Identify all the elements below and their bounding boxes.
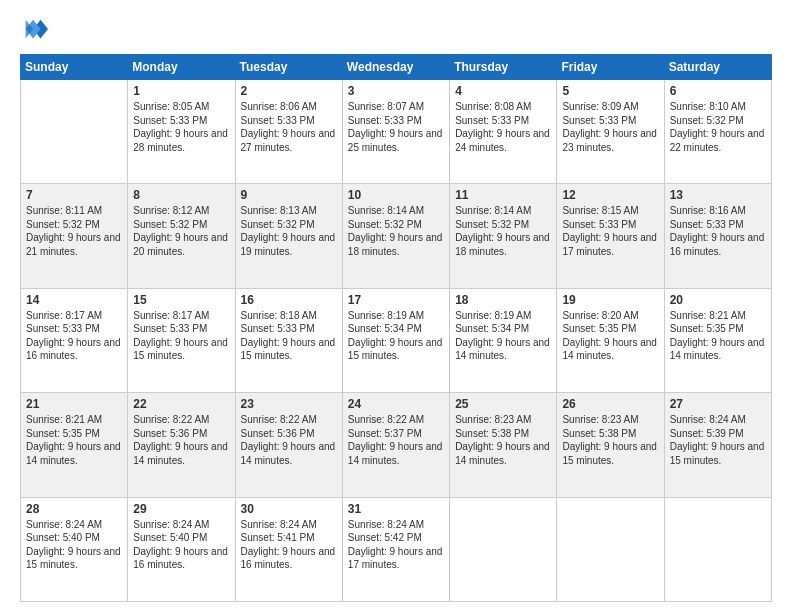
day-number: 11 <box>455 188 551 202</box>
day-number: 19 <box>562 293 658 307</box>
cell-info: Sunrise: 8:10 AMSunset: 5:32 PMDaylight:… <box>670 100 766 154</box>
cell-info: Sunrise: 8:07 AMSunset: 5:33 PMDaylight:… <box>348 100 444 154</box>
logo-icon <box>20 16 48 44</box>
cell-info: Sunrise: 8:24 AMSunset: 5:40 PMDaylight:… <box>26 518 122 572</box>
calendar-cell: 3Sunrise: 8:07 AMSunset: 5:33 PMDaylight… <box>342 80 449 184</box>
day-number: 26 <box>562 397 658 411</box>
calendar-cell: 26Sunrise: 8:23 AMSunset: 5:38 PMDayligh… <box>557 393 664 497</box>
cell-info: Sunrise: 8:24 AMSunset: 5:39 PMDaylight:… <box>670 413 766 467</box>
calendar-cell: 15Sunrise: 8:17 AMSunset: 5:33 PMDayligh… <box>128 288 235 392</box>
weekday-header: Monday <box>128 55 235 80</box>
cell-info: Sunrise: 8:23 AMSunset: 5:38 PMDaylight:… <box>562 413 658 467</box>
cell-info: Sunrise: 8:24 AMSunset: 5:40 PMDaylight:… <box>133 518 229 572</box>
day-number: 20 <box>670 293 766 307</box>
weekday-header: Saturday <box>664 55 771 80</box>
cell-info: Sunrise: 8:21 AMSunset: 5:35 PMDaylight:… <box>670 309 766 363</box>
cell-info: Sunrise: 8:17 AMSunset: 5:33 PMDaylight:… <box>26 309 122 363</box>
calendar-cell: 11Sunrise: 8:14 AMSunset: 5:32 PMDayligh… <box>450 184 557 288</box>
weekday-header: Sunday <box>21 55 128 80</box>
day-number: 9 <box>241 188 337 202</box>
cell-info: Sunrise: 8:06 AMSunset: 5:33 PMDaylight:… <box>241 100 337 154</box>
calendar-cell: 8Sunrise: 8:12 AMSunset: 5:32 PMDaylight… <box>128 184 235 288</box>
cell-info: Sunrise: 8:21 AMSunset: 5:35 PMDaylight:… <box>26 413 122 467</box>
cell-info: Sunrise: 8:20 AMSunset: 5:35 PMDaylight:… <box>562 309 658 363</box>
calendar-cell: 16Sunrise: 8:18 AMSunset: 5:33 PMDayligh… <box>235 288 342 392</box>
calendar-week-row: 7Sunrise: 8:11 AMSunset: 5:32 PMDaylight… <box>21 184 772 288</box>
calendar-week-row: 14Sunrise: 8:17 AMSunset: 5:33 PMDayligh… <box>21 288 772 392</box>
cell-info: Sunrise: 8:05 AMSunset: 5:33 PMDaylight:… <box>133 100 229 154</box>
day-number: 23 <box>241 397 337 411</box>
cell-info: Sunrise: 8:16 AMSunset: 5:33 PMDaylight:… <box>670 204 766 258</box>
cell-info: Sunrise: 8:17 AMSunset: 5:33 PMDaylight:… <box>133 309 229 363</box>
cell-info: Sunrise: 8:09 AMSunset: 5:33 PMDaylight:… <box>562 100 658 154</box>
day-number: 21 <box>26 397 122 411</box>
day-number: 12 <box>562 188 658 202</box>
calendar-cell: 23Sunrise: 8:22 AMSunset: 5:36 PMDayligh… <box>235 393 342 497</box>
calendar-cell: 7Sunrise: 8:11 AMSunset: 5:32 PMDaylight… <box>21 184 128 288</box>
calendar-cell: 28Sunrise: 8:24 AMSunset: 5:40 PMDayligh… <box>21 497 128 601</box>
calendar-cell: 9Sunrise: 8:13 AMSunset: 5:32 PMDaylight… <box>235 184 342 288</box>
weekday-header: Thursday <box>450 55 557 80</box>
cell-info: Sunrise: 8:22 AMSunset: 5:36 PMDaylight:… <box>133 413 229 467</box>
cell-info: Sunrise: 8:24 AMSunset: 5:41 PMDaylight:… <box>241 518 337 572</box>
day-number: 17 <box>348 293 444 307</box>
page: SundayMondayTuesdayWednesdayThursdayFrid… <box>0 0 792 612</box>
day-number: 18 <box>455 293 551 307</box>
calendar-cell: 12Sunrise: 8:15 AMSunset: 5:33 PMDayligh… <box>557 184 664 288</box>
cell-info: Sunrise: 8:23 AMSunset: 5:38 PMDaylight:… <box>455 413 551 467</box>
day-number: 10 <box>348 188 444 202</box>
day-number: 3 <box>348 84 444 98</box>
calendar-table: SundayMondayTuesdayWednesdayThursdayFrid… <box>20 54 772 602</box>
day-number: 6 <box>670 84 766 98</box>
cell-info: Sunrise: 8:14 AMSunset: 5:32 PMDaylight:… <box>455 204 551 258</box>
day-number: 27 <box>670 397 766 411</box>
day-number: 31 <box>348 502 444 516</box>
calendar-cell: 25Sunrise: 8:23 AMSunset: 5:38 PMDayligh… <box>450 393 557 497</box>
day-number: 16 <box>241 293 337 307</box>
day-number: 25 <box>455 397 551 411</box>
cell-info: Sunrise: 8:22 AMSunset: 5:37 PMDaylight:… <box>348 413 444 467</box>
calendar-cell: 10Sunrise: 8:14 AMSunset: 5:32 PMDayligh… <box>342 184 449 288</box>
calendar-week-row: 21Sunrise: 8:21 AMSunset: 5:35 PMDayligh… <box>21 393 772 497</box>
cell-info: Sunrise: 8:13 AMSunset: 5:32 PMDaylight:… <box>241 204 337 258</box>
calendar-header-row: SundayMondayTuesdayWednesdayThursdayFrid… <box>21 55 772 80</box>
calendar-cell: 20Sunrise: 8:21 AMSunset: 5:35 PMDayligh… <box>664 288 771 392</box>
weekday-header: Tuesday <box>235 55 342 80</box>
calendar-cell <box>450 497 557 601</box>
day-number: 13 <box>670 188 766 202</box>
day-number: 30 <box>241 502 337 516</box>
calendar-cell: 17Sunrise: 8:19 AMSunset: 5:34 PMDayligh… <box>342 288 449 392</box>
calendar-cell: 14Sunrise: 8:17 AMSunset: 5:33 PMDayligh… <box>21 288 128 392</box>
calendar-cell: 13Sunrise: 8:16 AMSunset: 5:33 PMDayligh… <box>664 184 771 288</box>
day-number: 14 <box>26 293 122 307</box>
cell-info: Sunrise: 8:19 AMSunset: 5:34 PMDaylight:… <box>348 309 444 363</box>
calendar-cell <box>21 80 128 184</box>
header <box>20 16 772 44</box>
day-number: 22 <box>133 397 229 411</box>
calendar-cell: 30Sunrise: 8:24 AMSunset: 5:41 PMDayligh… <box>235 497 342 601</box>
cell-info: Sunrise: 8:12 AMSunset: 5:32 PMDaylight:… <box>133 204 229 258</box>
calendar-week-row: 1Sunrise: 8:05 AMSunset: 5:33 PMDaylight… <box>21 80 772 184</box>
day-number: 15 <box>133 293 229 307</box>
day-number: 29 <box>133 502 229 516</box>
day-number: 7 <box>26 188 122 202</box>
cell-info: Sunrise: 8:11 AMSunset: 5:32 PMDaylight:… <box>26 204 122 258</box>
day-number: 4 <box>455 84 551 98</box>
day-number: 8 <box>133 188 229 202</box>
calendar-cell: 19Sunrise: 8:20 AMSunset: 5:35 PMDayligh… <box>557 288 664 392</box>
cell-info: Sunrise: 8:24 AMSunset: 5:42 PMDaylight:… <box>348 518 444 572</box>
calendar-cell: 18Sunrise: 8:19 AMSunset: 5:34 PMDayligh… <box>450 288 557 392</box>
calendar-cell: 24Sunrise: 8:22 AMSunset: 5:37 PMDayligh… <box>342 393 449 497</box>
weekday-header: Friday <box>557 55 664 80</box>
day-number: 24 <box>348 397 444 411</box>
calendar-cell: 1Sunrise: 8:05 AMSunset: 5:33 PMDaylight… <box>128 80 235 184</box>
calendar-cell: 4Sunrise: 8:08 AMSunset: 5:33 PMDaylight… <box>450 80 557 184</box>
calendar-week-row: 28Sunrise: 8:24 AMSunset: 5:40 PMDayligh… <box>21 497 772 601</box>
calendar-cell: 29Sunrise: 8:24 AMSunset: 5:40 PMDayligh… <box>128 497 235 601</box>
calendar-cell: 22Sunrise: 8:22 AMSunset: 5:36 PMDayligh… <box>128 393 235 497</box>
cell-info: Sunrise: 8:19 AMSunset: 5:34 PMDaylight:… <box>455 309 551 363</box>
day-number: 5 <box>562 84 658 98</box>
cell-info: Sunrise: 8:15 AMSunset: 5:33 PMDaylight:… <box>562 204 658 258</box>
calendar-cell <box>557 497 664 601</box>
calendar-cell: 21Sunrise: 8:21 AMSunset: 5:35 PMDayligh… <box>21 393 128 497</box>
